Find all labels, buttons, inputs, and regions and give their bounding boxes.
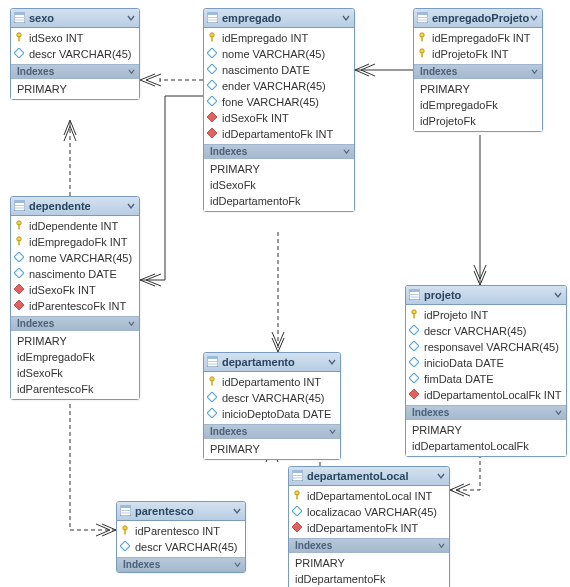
indexes-header[interactable]: Indexes <box>11 64 139 79</box>
key-icon <box>207 376 217 386</box>
indexes-header[interactable]: Indexes <box>414 64 542 79</box>
entity-projeto[interactable]: projetoidProjeto INTdescr VARCHAR(45)res… <box>405 285 567 457</box>
entity-header[interactable]: empregado <box>204 9 354 28</box>
column-row[interactable]: idParentesco INT <box>117 523 245 539</box>
index-row[interactable]: idProjetoFk <box>414 113 542 129</box>
indexes-header[interactable]: Indexes <box>11 316 139 331</box>
column-row[interactable]: idEmpregado INT <box>204 30 354 46</box>
key-icon <box>14 32 24 42</box>
entity-header[interactable]: projeto <box>406 286 566 305</box>
entity-header[interactable]: departamentoLocal <box>289 467 449 486</box>
index-row[interactable]: PRIMARY <box>414 81 542 97</box>
entity-sexo[interactable]: sexoidSexo INTdescr VARCHAR(45)IndexesPR… <box>10 8 140 100</box>
index-row[interactable]: idDepartamentoFk <box>289 571 449 587</box>
index-row[interactable]: idEmpregadoFk <box>414 97 542 113</box>
entity-header[interactable]: departamento <box>204 353 340 372</box>
column-text: idEmpregadoFk INT <box>29 236 127 248</box>
column-row[interactable]: idParentescoFk INT <box>11 298 139 314</box>
column-list: idParentesco INTdescr VARCHAR(45) <box>117 521 245 557</box>
chevron-down-icon <box>127 202 135 210</box>
index-row[interactable]: PRIMARY <box>406 422 566 438</box>
column-row[interactable]: idSexoFk INT <box>11 282 139 298</box>
index-text: idSexoFk <box>17 367 63 379</box>
attr-diamond-icon <box>292 506 302 516</box>
column-text: fone VARCHAR(45) <box>222 96 319 108</box>
entity-header[interactable]: empregadoProjeto <box>414 9 542 28</box>
index-text: PRIMARY <box>17 335 67 347</box>
column-row[interactable]: idEmpregadoFk INT <box>414 30 542 46</box>
entity-title: departamento <box>222 356 295 368</box>
indexes-header[interactable]: Indexes <box>204 424 340 439</box>
column-row[interactable]: idDepartamentoFk INT <box>204 126 354 142</box>
column-row[interactable]: idSexo INT <box>11 30 139 46</box>
column-text: inicioDeptoData DATE <box>222 408 331 420</box>
index-row[interactable]: PRIMARY <box>204 441 340 457</box>
column-row[interactable]: idDependente INT <box>11 218 139 234</box>
column-row[interactable]: nome VARCHAR(45) <box>11 250 139 266</box>
table-icon <box>14 12 25 23</box>
index-list: PRIMARYidEmpregadoFkidSexoFkidParentesco… <box>11 331 139 399</box>
key-icon <box>417 32 427 42</box>
entity-departamento[interactable]: departamentoidDepartamento INTdescr VARC… <box>203 352 341 460</box>
indexes-header[interactable]: Indexes <box>406 405 566 420</box>
column-row[interactable]: idEmpregadoFk INT <box>11 234 139 250</box>
column-row[interactable]: nascimento DATE <box>204 62 354 78</box>
entity-empregado[interactable]: empregadoidEmpregado INTnome VARCHAR(45)… <box>203 8 355 212</box>
indexes-header[interactable]: Indexes <box>117 557 245 572</box>
index-text: PRIMARY <box>210 443 260 455</box>
entity-empregadoProjeto[interactable]: empregadoProjetoidEmpregadoFk INTidProje… <box>413 8 543 132</box>
fk-diamond-icon <box>14 300 24 310</box>
column-row[interactable]: idDepartamentoLocalFk INT <box>406 387 566 403</box>
column-row[interactable]: inicioDeptoData DATE <box>204 406 340 422</box>
column-row[interactable]: idProjetoFk INT <box>414 46 542 62</box>
column-row[interactable]: idSexoFk INT <box>204 110 354 126</box>
entity-dependente[interactable]: dependenteidDependente INTidEmpregadoFk … <box>10 196 140 400</box>
entity-header[interactable]: parentesco <box>117 502 245 521</box>
index-row[interactable]: idDepartamentoFk <box>204 193 354 209</box>
index-row[interactable]: idSexoFk <box>204 177 354 193</box>
index-row[interactable]: PRIMARY <box>11 81 139 97</box>
indexes-header[interactable]: Indexes <box>204 144 354 159</box>
column-row[interactable]: idDepartamentoLocal INT <box>289 488 449 504</box>
column-list: idDepartamento INTdescr VARCHAR(45)inici… <box>204 372 340 424</box>
column-row[interactable]: descr VARCHAR(45) <box>204 390 340 406</box>
index-row[interactable]: idDepartamentoLocalFk <box>406 438 566 454</box>
index-row[interactable]: idSexoFk <box>11 365 139 381</box>
chevron-down-icon <box>530 14 538 22</box>
entity-parentesco[interactable]: parentescoidParentesco INTdescr VARCHAR(… <box>116 501 246 573</box>
index-text: idDepartamentoFk <box>295 573 386 585</box>
entity-title: parentesco <box>135 505 194 517</box>
index-row[interactable]: idParentescoFk <box>11 381 139 397</box>
attr-diamond-icon <box>120 541 130 551</box>
column-text: nome VARCHAR(45) <box>29 252 132 264</box>
indexes-header[interactable]: Indexes <box>289 538 449 553</box>
column-row[interactable]: localizacao VARCHAR(45) <box>289 504 449 520</box>
entity-header[interactable]: sexo <box>11 9 139 28</box>
column-row[interactable]: responsavel VARCHAR(45) <box>406 339 566 355</box>
table-icon <box>417 12 428 23</box>
entity-departamentoLocal[interactable]: departamentoLocalidDepartamentoLocal INT… <box>288 466 450 587</box>
column-row[interactable]: idProjeto INT <box>406 307 566 323</box>
column-row[interactable]: nascimento DATE <box>11 266 139 282</box>
column-row[interactable]: ender VARCHAR(45) <box>204 78 354 94</box>
attr-diamond-icon <box>14 252 24 262</box>
column-row[interactable]: descr VARCHAR(45) <box>117 539 245 555</box>
index-row[interactable]: PRIMARY <box>11 333 139 349</box>
column-row[interactable]: descr VARCHAR(45) <box>11 46 139 62</box>
column-text: idEmpregado INT <box>222 32 308 44</box>
column-text: idDepartamentoFk INT <box>222 128 333 140</box>
column-row[interactable]: nome VARCHAR(45) <box>204 46 354 62</box>
column-row[interactable]: idDepartamentoFk INT <box>289 520 449 536</box>
column-text: idDepartamento INT <box>222 376 321 388</box>
column-row[interactable]: fone VARCHAR(45) <box>204 94 354 110</box>
table-icon <box>14 200 25 211</box>
index-row[interactable]: idEmpregadoFk <box>11 349 139 365</box>
index-row[interactable]: PRIMARY <box>204 161 354 177</box>
column-row[interactable]: inicioData DATE <box>406 355 566 371</box>
entity-header[interactable]: dependente <box>11 197 139 216</box>
column-row[interactable]: idDepartamento INT <box>204 374 340 390</box>
column-row[interactable]: fimData DATE <box>406 371 566 387</box>
column-list: idDependente INTidEmpregadoFk INTnome VA… <box>11 216 139 316</box>
index-row[interactable]: PRIMARY <box>289 555 449 571</box>
column-row[interactable]: descr VARCHAR(45) <box>406 323 566 339</box>
